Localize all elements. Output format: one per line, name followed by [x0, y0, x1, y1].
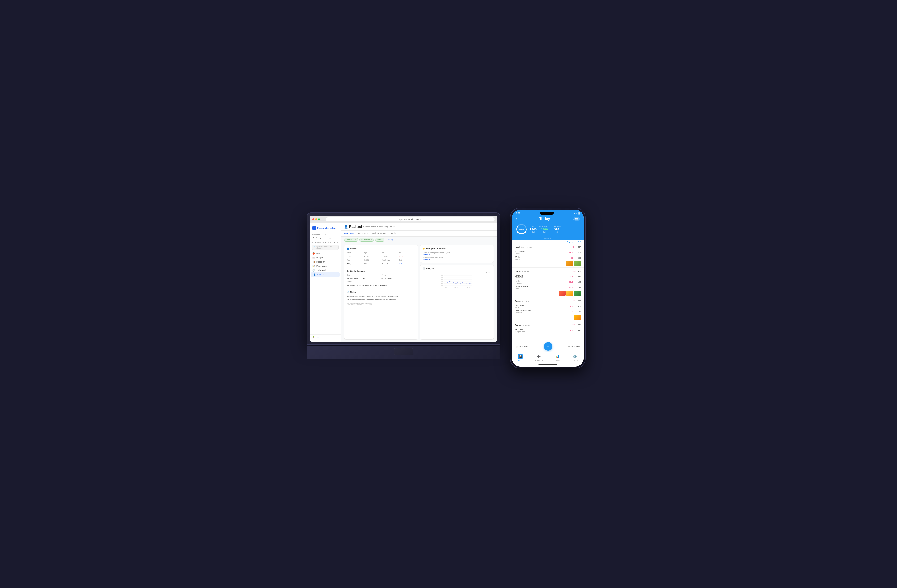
food-item-icecream[interactable]: Ice cream 2 large scoop 32.8 342	[512, 328, 584, 333]
waffle-sugar: 29	[566, 257, 573, 259]
search-icon: 🔍	[314, 246, 316, 248]
add-tag-icon: +	[386, 239, 387, 241]
svg-text:Sep 15: Sep 15	[455, 287, 458, 288]
back-button[interactable]: ‹	[323, 217, 324, 221]
tab-dashboard[interactable]: Dashboard	[344, 231, 354, 236]
sandwich-values: 1.5 299	[566, 276, 581, 278]
profile-sex-field: Sex Female	[382, 252, 398, 258]
diary-tab-icon: 📓	[518, 354, 523, 359]
tab-bar: Dashboard Resources Nutrient Targets Gra…	[341, 231, 497, 237]
icecream-cal: 342	[575, 329, 581, 331]
fullscreen-dot[interactable]	[318, 218, 320, 220]
foodrecord-label: Food record	[317, 265, 327, 267]
food-item-carbonara[interactable]: Carbonara 400 g 2.3 810	[512, 303, 584, 309]
meal-snacks-header: Snacks 7.30 PM 32.8 342	[512, 321, 584, 328]
logo-area: F Foodworks. online	[310, 225, 340, 232]
contact-icon: 📞	[347, 270, 349, 272]
tag-glutenfree-remove[interactable]: ×	[371, 239, 372, 241]
parmesan-desc: 1 sprinkle	[515, 312, 566, 314]
sidebar-item-food[interactable]: 🍎 Food	[310, 251, 340, 256]
food-item-vanillalatte[interactable]: Vanilla latte 1 serving 18.6 217	[512, 250, 584, 255]
add-notes-label: Add notes	[519, 345, 528, 348]
apple-sugar: 21.3	[566, 281, 573, 283]
food-item-coconutwater[interactable]: Coconut Water 1 cup 16.5 69	[512, 285, 584, 290]
sidebar-item-mealplan[interactable]: 📋 Meal plan	[310, 260, 340, 264]
svg-text:76.0: 76.0	[441, 281, 443, 282]
phone-tab-graphs[interactable]: 📊 Graphs	[555, 354, 560, 361]
profile-name-field: Name Client	[347, 252, 363, 258]
add-meal-button[interactable]: 🍽 Add meal	[568, 345, 580, 348]
food-item-waffle[interactable]: Waffle 2 waffle 29 220	[512, 255, 584, 261]
apple-name: Apple	[515, 280, 566, 282]
tag-vegetarian[interactable]: Vegetarian ×	[344, 238, 358, 242]
brand-name: Foodworks.	[317, 227, 329, 229]
coconutwater-name: Coconut Water	[515, 285, 566, 288]
parmesan-info: Parmesan cheese 1 sprinkle	[515, 309, 566, 314]
meal-dinner: Dinner 6.30 PM 2.3 856 Carbonara	[512, 297, 584, 321]
tag-vegetarian-remove[interactable]: ×	[355, 239, 356, 241]
phone-header: ‹ Today › Cal	[512, 216, 584, 224]
search-bar[interactable]: 🔍 Search resources and clients...	[312, 245, 338, 250]
sidebar-item-foodrecord[interactable]: 📝 Food record	[310, 264, 340, 268]
add-notes-button[interactable]: 📋 Add notes	[516, 345, 528, 348]
profile-height-label: Height	[364, 259, 380, 261]
content-grid: 👤 Profile Name Client Age	[341, 243, 497, 341]
food-item-sandwich[interactable]: Sandwich 1 sandwich 1.5 299	[512, 274, 584, 279]
phone-tab-settings[interactable]: ⚙️ Settings	[572, 354, 578, 361]
bmr-value: 1821 Cal	[422, 258, 491, 260]
apple-values: 21.3 102	[566, 281, 581, 283]
tag-keto[interactable]: Keto ×	[375, 238, 384, 242]
phone-tab-diary[interactable]: 📓 Diary	[518, 354, 523, 361]
browser-bar: ‹ app.foodworks.online	[310, 216, 497, 223]
tab-resources[interactable]: Resources	[358, 231, 368, 236]
sidebar-item-24hrrecall[interactable]: 🕐 24 hr recall	[310, 268, 340, 273]
notes-icon: 📄	[347, 291, 349, 293]
close-dot[interactable]	[312, 218, 314, 220]
client-details: Female, 27 yrs, 185cm, 75kg, BMI: 21.9	[363, 226, 397, 228]
carbonara-values: 2.3 810	[566, 305, 581, 307]
dinner-name: Dinner	[515, 300, 522, 302]
sandwich-name: Sandwich	[515, 275, 566, 277]
goal-label: GOAL	[530, 226, 537, 228]
add-resource-button[interactable]: +	[337, 241, 338, 243]
contact-email-field: Email rachael@email.com.au	[347, 274, 381, 280]
sidebar-item-client[interactable]: 👤 Client 27 F	[311, 273, 340, 277]
coconutwater-values: 16.5 69	[566, 286, 581, 289]
thumb-sandwich2	[566, 291, 573, 296]
phone-tab-resources[interactable]: ➕ Resources	[535, 354, 543, 361]
cal-mode-button[interactable]: Cal	[574, 217, 580, 220]
tag-keto-remove[interactable]: ×	[381, 239, 382, 241]
svg-text:82.0: 82.0	[441, 275, 443, 276]
phone-status-bar: 9:30 ▲ ▲ ▓	[512, 210, 584, 216]
vanillalatte-info: Vanilla latte 1 serving	[515, 251, 566, 254]
minimize-dot[interactable]	[315, 218, 317, 220]
fab-button[interactable]: +	[544, 342, 553, 351]
tab-nutrient-targets[interactable]: Nutrient Targets	[372, 231, 386, 236]
add-tag-button[interactable]: + Add tag	[386, 239, 393, 241]
meal-breakfast: Breakfast 7.00 AM 47.6 437 Vanilla latte	[512, 243, 584, 268]
workspace-settings-item[interactable]: ⚙ Workspace settings	[310, 236, 340, 240]
consumed-value: 1886	[539, 228, 549, 231]
profile-fields-row1: Name Client Age 27 yrs Sex	[347, 252, 415, 258]
sidebar-item-recipe[interactable]: 📖 Recipe	[310, 256, 340, 260]
dinner-thumbs	[512, 314, 584, 321]
profile-weight-value: 75 kg	[347, 263, 351, 265]
parmesan-name: Parmesan cheese	[515, 309, 566, 312]
trackpad[interactable]	[394, 348, 413, 355]
url-bar[interactable]: app.foodworks.online	[326, 217, 495, 221]
waffle-info: Waffle 2 waffle	[515, 256, 566, 260]
snacks-totals: 32.8 342	[572, 324, 581, 326]
thumb-waffle2	[574, 261, 581, 266]
vanillalatte-values: 18.6 217	[566, 251, 581, 254]
recall-label: 24 hr recall	[317, 269, 326, 271]
icecream-name: Ice cream	[515, 328, 566, 331]
food-item-parmesan[interactable]: Parmesan cheese 1 sprinkle 0 46	[512, 309, 584, 314]
notes-section: 📄 Notes Rachael reports feeling unusuall…	[347, 289, 415, 305]
energy-card: ⚡ Energy Requirement Estimated Energy Re…	[420, 245, 494, 263]
tag-glutenfree[interactable]: Gluten free ×	[360, 238, 374, 242]
notes-content-1: Rachael reports feeling unusually tired,…	[347, 295, 415, 298]
food-item-apple[interactable]: Apple 1 medium 21.3 102	[512, 279, 584, 285]
resources-tab-label: Resources	[535, 360, 543, 361]
snacks-cal: 342	[578, 324, 581, 326]
tab-graphs[interactable]: Graphs	[390, 231, 396, 236]
